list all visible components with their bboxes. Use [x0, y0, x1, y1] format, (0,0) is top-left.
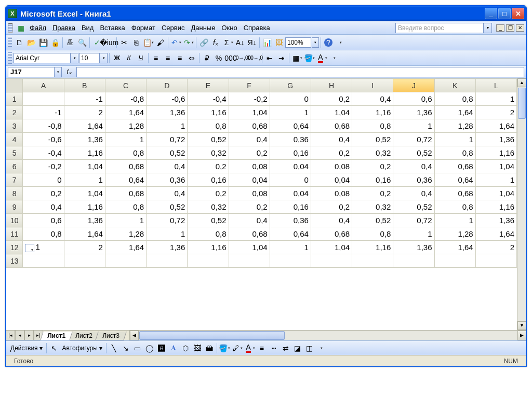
mdi-restore-button[interactable]: ❐: [506, 24, 514, 32]
cell-I10[interactable]: 0,52: [352, 214, 393, 227]
cell-D9[interactable]: 0,52: [147, 200, 188, 214]
cell-H1[interactable]: 0,2: [311, 92, 352, 106]
cell-C13[interactable]: [105, 254, 146, 268]
cell-C7[interactable]: 0,64: [105, 173, 146, 187]
cell-B4[interactable]: 1,36: [64, 133, 105, 146]
help-search-input[interactable]: Введите вопрос: [395, 23, 484, 33]
fill-color-button[interactable]: 🪣▾: [303, 52, 315, 64]
cell-H4[interactable]: 0,4: [311, 133, 352, 146]
cell-I11[interactable]: 0,8: [352, 227, 393, 241]
cell-J6[interactable]: 0,4: [393, 160, 434, 173]
cell-J13[interactable]: [393, 254, 434, 268]
chart-wizard-button[interactable]: 📊: [261, 37, 273, 48]
row-header-12[interactable]: 12: [6, 241, 23, 254]
decrease-indent-button[interactable]: ⇤: [264, 52, 275, 64]
cell-A12[interactable]: 1: [23, 241, 64, 254]
cell-D7[interactable]: 0,36: [147, 173, 188, 187]
cell-F1[interactable]: -0,2: [229, 92, 270, 106]
column-header-L[interactable]: L: [475, 79, 516, 92]
cell-L9[interactable]: 1,16: [475, 200, 516, 214]
cell-C10[interactable]: 1: [105, 214, 146, 227]
menu-help[interactable]: Справка: [241, 23, 273, 33]
sheet-tab-3[interactable]: Лист3: [95, 332, 126, 340]
cell-K2[interactable]: 1,64: [434, 106, 475, 119]
arrow-style-button[interactable]: ⇄: [280, 342, 291, 354]
percent-button[interactable]: %: [213, 52, 224, 64]
cell-F9[interactable]: 0,2: [229, 200, 270, 214]
mdi-minimize-button[interactable]: _: [496, 24, 504, 32]
fx-button[interactable]: fₓ: [64, 68, 74, 76]
cell-F13[interactable]: [229, 254, 270, 268]
help-search-dropdown[interactable]: ▾: [484, 23, 492, 33]
excel-menu-icon[interactable]: ▦: [15, 22, 26, 34]
cell-C4[interactable]: 1: [105, 133, 146, 146]
cell-A13[interactable]: [23, 254, 64, 268]
cell-F2[interactable]: 1,04: [229, 106, 270, 119]
column-header-H[interactable]: H: [311, 79, 352, 92]
cell-K13[interactable]: [434, 254, 475, 268]
cell-D8[interactable]: 0,4: [147, 187, 188, 200]
column-header-F[interactable]: F: [229, 79, 270, 92]
cell-E12[interactable]: 1,16: [188, 241, 229, 254]
tab-first-button[interactable]: |◂: [6, 331, 15, 340]
cell-K7[interactable]: 0,64: [434, 173, 475, 187]
cell-H13[interactable]: [311, 254, 352, 268]
cell-K1[interactable]: 0,8: [434, 92, 475, 106]
cell-B3[interactable]: 1,64: [64, 119, 105, 133]
align-right-button[interactable]: ≡: [174, 52, 185, 64]
3d-button[interactable]: ◫: [304, 342, 315, 354]
cell-J4[interactable]: 0,72: [393, 133, 434, 146]
font-size-select[interactable]: 10: [79, 53, 100, 63]
horizontal-scrollbar[interactable]: ◀ ▶: [129, 331, 526, 340]
cell-L10[interactable]: 1,36: [475, 214, 516, 227]
oval-button[interactable]: ◯: [144, 342, 155, 354]
sort-asc-button[interactable]: A↓: [234, 37, 246, 48]
cell-H3[interactable]: 0,68: [311, 119, 352, 133]
mdi-close-button[interactable]: ✕: [516, 24, 524, 32]
row-header-11[interactable]: 11: [6, 227, 23, 241]
scroll-right-button[interactable]: ▶: [517, 331, 526, 340]
maximize-button[interactable]: □: [498, 8, 511, 19]
italic-button[interactable]: К: [123, 52, 135, 64]
cell-I8[interactable]: 0,2: [352, 187, 393, 200]
cell-H6[interactable]: 0,08: [311, 160, 352, 173]
cell-G7[interactable]: 0: [270, 173, 311, 187]
spreadsheet-grid[interactable]: ABCDEFGHIJKL 1-1-0,8-0,6-0,4-0,200,20,40…: [6, 78, 517, 268]
cell-J11[interactable]: 1: [393, 227, 434, 241]
close-button[interactable]: ✕: [512, 8, 524, 19]
cell-H8[interactable]: 0,08: [311, 187, 352, 200]
cell-E5[interactable]: 0,32: [188, 146, 229, 160]
cell-C3[interactable]: 1,28: [105, 119, 146, 133]
cell-B13[interactable]: [64, 254, 105, 268]
font-name-select[interactable]: Arial Cyr: [14, 53, 71, 63]
cell-A5[interactable]: -0,4: [23, 146, 64, 160]
cell-A8[interactable]: 0,2: [23, 187, 64, 200]
column-header-C[interactable]: C: [105, 79, 146, 92]
diagram-button[interactable]: ⬡: [180, 342, 191, 354]
hyperlink-button[interactable]: 🔗: [198, 37, 209, 48]
zoom-dropdown[interactable]: ▾: [312, 37, 319, 48]
cell-F5[interactable]: 0,2: [229, 146, 270, 160]
column-header-G[interactable]: G: [270, 79, 311, 92]
cell-G11[interactable]: 0,64: [270, 227, 311, 241]
cell-H5[interactable]: 0,2: [311, 146, 352, 160]
autoshapes-menu[interactable]: Автофигуры ▾: [60, 344, 104, 353]
cell-A6[interactable]: -0,2: [23, 160, 64, 173]
cell-I5[interactable]: 0,32: [352, 146, 393, 160]
select-all-corner[interactable]: [6, 79, 23, 92]
cell-D10[interactable]: 0,72: [147, 214, 188, 227]
cell-K8[interactable]: 0,68: [434, 187, 475, 200]
cell-D12[interactable]: 1,36: [147, 241, 188, 254]
row-header-2[interactable]: 2: [6, 106, 23, 119]
vertical-scrollbar[interactable]: ▲ ▼: [517, 78, 526, 330]
cell-L12[interactable]: 2: [475, 241, 516, 254]
cell-L4[interactable]: 1,36: [475, 133, 516, 146]
cell-L1[interactable]: 1: [475, 92, 516, 106]
autosum-button[interactable]: Σ▾: [222, 37, 234, 48]
cell-B8[interactable]: 1,04: [64, 187, 105, 200]
cell-G4[interactable]: 0,36: [270, 133, 311, 146]
cell-F11[interactable]: 0,68: [229, 227, 270, 241]
name-box-dropdown[interactable]: ▾: [55, 67, 62, 77]
drawing-toggle-button[interactable]: 🖼: [273, 37, 285, 48]
cell-G2[interactable]: 1: [270, 106, 311, 119]
